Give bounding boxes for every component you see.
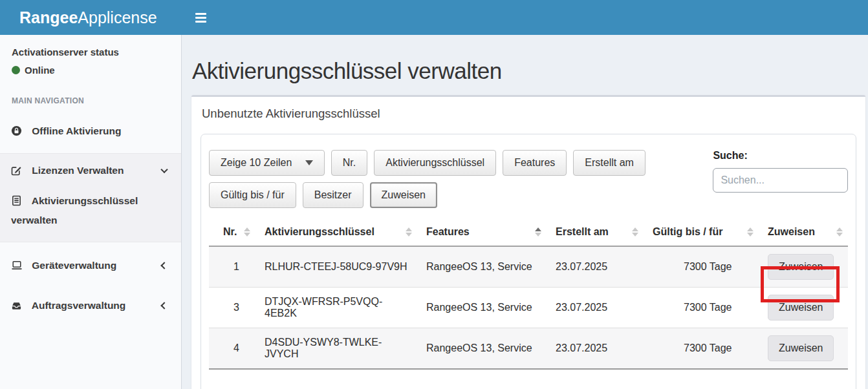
activation-server-status: Activationserver status Online <box>0 35 181 76</box>
edit-square-icon <box>11 165 22 176</box>
content-box: Unbenutzte Aktivierungsschlüssel Zeige 1… <box>191 95 865 389</box>
table-row: 4 D4SDU-YSWY8-TWLKE-JVYCH RangeeOS 13, S… <box>209 328 848 370</box>
col-header-label: Gültig bis / für <box>653 226 722 238</box>
online-status-dot-icon <box>12 66 20 74</box>
cell-features: RangeeOS 13, Service <box>417 328 547 370</box>
sort-asc-icon <box>535 227 541 237</box>
col-header-label: Aktivierungsschlüssel <box>265 226 374 238</box>
status-value: Online <box>25 65 55 76</box>
col-header-label: Nr. <box>223 226 237 238</box>
sidebar-item-lizenzen-verwalten[interactable]: Lizenzen Verwalten <box>0 154 181 187</box>
toolbar-buttons: Zeige 10 Zeilen Nr. Aktivierungsschlüsse… <box>209 150 713 208</box>
sidebar-item-offline-aktivierung[interactable]: Offline Aktivierung <box>0 114 181 148</box>
column-toggle-features[interactable]: Features <box>503 150 567 176</box>
sort-icon <box>747 227 754 237</box>
nav-section-label: MAIN NAVIGATION <box>0 96 181 105</box>
column-toggle-nr[interactable]: Nr. <box>331 150 367 176</box>
page-length-label: Zeige 10 Zeilen <box>221 157 292 168</box>
brand-regular: Applicense <box>78 8 157 26</box>
chevron-left-icon <box>160 302 168 309</box>
table-header-row: Nr. Aktivierungsschlüssel Features Erste… <box>209 218 848 246</box>
box-title: Unbenutzte Aktivierungsschlüssel <box>191 97 865 131</box>
sort-icon <box>632 227 638 237</box>
column-toggle-erstellt-am[interactable]: Erstellt am <box>573 150 646 176</box>
table-row: 3 DTJQX-WFRSR-P5VQQ-4EB2K RangeeOS 13, S… <box>209 288 848 328</box>
search-label: Suche: <box>713 150 848 162</box>
zuweisen-button-row-1[interactable]: Zuweisen <box>768 254 834 280</box>
page-length-dropdown[interactable]: Zeige 10 Zeilen <box>209 150 325 176</box>
sidebar-item-label: Offline Aktivierung <box>32 125 121 136</box>
top-header: RangeeApplicense <box>0 0 868 35</box>
app-logo[interactable]: RangeeApplicense <box>0 8 182 27</box>
sidebar-group-lizenzen: Lizenzen Verwalten Aktivierungsschlüssel… <box>0 153 181 242</box>
column-toggle-aktivierungsschluessel[interactable]: Aktivierungsschlüssel <box>374 150 496 176</box>
sidebar-menu: Offline Aktivierung Lizenzen Verwalten A… <box>0 114 181 322</box>
cell-nr: 1 <box>209 246 255 288</box>
search-area: Suche: <box>713 150 848 193</box>
cell-nr: 3 <box>209 288 255 328</box>
cell-features: RangeeOS 13, Service <box>417 288 547 328</box>
brand-bold: Rangee <box>19 8 78 26</box>
sort-icon <box>406 227 412 237</box>
sidebar-item-label: Auftragsverwaltung <box>32 300 126 311</box>
table-panel: Zeige 10 Zeilen Nr. Aktivierungsschlüsse… <box>201 134 856 389</box>
main-content: Aktivierungsschlüssel verwalten Unbenutz… <box>182 35 868 389</box>
lock-circle-icon <box>11 125 22 136</box>
col-header-nr[interactable]: Nr. <box>209 218 255 246</box>
cell-nr: 4 <box>209 328 255 370</box>
status-title: Activationserver status <box>12 47 169 58</box>
sort-icon <box>836 227 843 237</box>
cell-valid: 7300 Tage <box>644 288 759 328</box>
zuweisen-button-row-2[interactable]: Zuweisen <box>768 295 834 321</box>
chevron-left-icon <box>160 262 168 269</box>
zuweisen-button-row-3[interactable]: Zuweisen <box>768 335 834 361</box>
col-header-zuweisen[interactable]: Zuweisen <box>759 218 848 246</box>
cell-activation-key: DTJQX-WFRSR-P5VQQ-4EB2K <box>255 288 417 328</box>
cell-features: RangeeOS 13, Service <box>417 246 547 288</box>
col-header-gueltig-bis[interactable]: Gültig bis / für <box>644 218 759 246</box>
column-toggle-zuweisen[interactable]: Zuweisen <box>370 182 437 208</box>
table-row: 1 RLHUR-CTEEJ-58UC9-97V9H RangeeOS 13, S… <box>209 246 848 288</box>
cell-created: 23.07.2025 <box>547 288 644 328</box>
col-header-features[interactable]: Features <box>417 218 547 246</box>
cell-activation-key: D4SDU-YSWY8-TWLKE-JVYCH <box>255 328 417 370</box>
caret-down-icon <box>305 160 313 165</box>
laptop-icon <box>11 260 22 271</box>
col-header-erstellt-am[interactable]: Erstellt am <box>547 218 644 246</box>
column-toggle-besitzer[interactable]: Besitzer <box>303 182 363 208</box>
cell-created: 23.07.2025 <box>547 246 644 288</box>
col-header-label: Features <box>426 226 470 238</box>
sidebar: Activationserver status Online MAIN NAVI… <box>0 35 182 389</box>
cell-valid: 7300 Tage <box>644 246 759 288</box>
col-header-aktivierungsschluessel[interactable]: Aktivierungsschlüssel <box>255 218 417 246</box>
page-title: Aktivierungsschlüssel verwalten <box>192 58 868 84</box>
sort-icon <box>244 227 250 237</box>
chevron-down-icon <box>160 166 168 173</box>
sidebar-item-label: Geräteverwaltung <box>32 260 116 271</box>
cell-activation-key: RLHUR-CTEEJ-58UC9-97V9H <box>255 246 417 288</box>
activation-keys-table: Nr. Aktivierungsschlüssel Features Erste… <box>209 218 848 370</box>
sidebar-item-label: Lizenzen Verwalten <box>32 165 124 176</box>
sidebar-item-auftragsverwaltung[interactable]: Auftragsverwaltung <box>0 289 181 322</box>
search-input[interactable] <box>713 168 848 193</box>
col-header-label: Erstellt am <box>556 226 609 238</box>
sidebar-item-label: Aktivierungsschlüssel verwalten <box>11 195 138 226</box>
column-toggle-gueltig-bis[interactable]: Gültig bis / für <box>209 182 296 208</box>
table-toolbar: Zeige 10 Zeilen Nr. Aktivierungsschlüsse… <box>209 150 848 208</box>
file-text-icon <box>11 195 22 206</box>
cell-created: 23.07.2025 <box>547 328 644 370</box>
col-header-label: Zuweisen <box>768 226 815 238</box>
sidebar-item-geraeteverwaltung[interactable]: Geräteverwaltung <box>0 249 181 282</box>
inbox-icon <box>11 300 22 311</box>
cell-valid: 7300 Tage <box>644 328 759 370</box>
sidebar-item-aktivierungsschluessel-verwalten[interactable]: Aktivierungsschlüssel verwalten <box>0 187 181 242</box>
hamburger-menu-icon[interactable] <box>193 7 209 28</box>
